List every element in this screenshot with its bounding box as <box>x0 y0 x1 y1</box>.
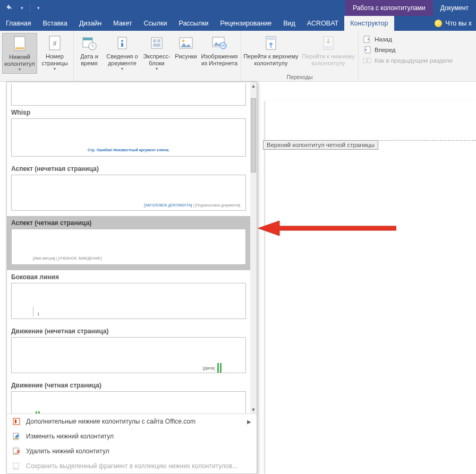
svg-rect-25 <box>368 58 371 63</box>
svg-rect-9 <box>121 43 123 47</box>
date-time-icon <box>81 35 98 51</box>
svg-rect-21 <box>325 46 332 48</box>
tab-references[interactable]: Ссылки <box>138 16 173 31</box>
tab-constructor[interactable]: Конструктор <box>344 16 394 31</box>
dropdown-caret-icon: ▾ <box>121 66 123 71</box>
undo-icon[interactable] <box>4 3 14 13</box>
ribbon-tabs: Главная Вставка Дизайн Макет Ссылки Расс… <box>0 16 476 31</box>
save-selection-label: Сохранить выделенный фрагмент в коллекци… <box>26 462 237 470</box>
online-pictures-icon <box>211 35 228 51</box>
gallery-scrollbar[interactable]: ▲ ▼ <box>250 82 257 413</box>
more-from-office-label: Дополнительные нижние колонтитулы с сайт… <box>26 418 196 425</box>
footer-button-label: Нижний колонтитул <box>4 54 36 67</box>
context-tab-header-footer[interactable]: Работа с колонтитулами <box>345 0 433 16</box>
tell-me[interactable]: Что вы х <box>429 16 476 31</box>
tab-review[interactable]: Рецензирование <box>215 16 278 31</box>
link-previous-icon <box>363 56 371 65</box>
svg-point-8 <box>121 40 123 42</box>
group-label-nav: Переходы <box>286 74 312 81</box>
link-previous-label: Как в предыдущем разделе <box>375 57 453 64</box>
online-pictures-button[interactable]: Изображения из Интернета <box>199 33 240 68</box>
scroll-down-icon[interactable]: ▼ <box>250 406 257 413</box>
preview-greenbar <box>220 363 222 373</box>
header-tag: Верхний колонтитул четной страницы <box>263 140 378 150</box>
qat-dropdown-icon[interactable]: ▾ <box>17 3 27 13</box>
gallery-item-title: Движение (нечетная страница) <box>11 324 246 337</box>
gallery-item-title: Боковая линия <box>11 270 246 283</box>
svg-rect-24 <box>363 58 367 63</box>
svg-rect-12 <box>157 39 160 42</box>
gallery-item-aspect-even[interactable]: Аспект (четная страница) [Имя автора] | … <box>7 216 250 270</box>
goto-header-label: Перейти к верхнему колонтитулу <box>243 53 299 66</box>
nav-next-icon <box>363 46 371 54</box>
chevron-right-icon: ▶ <box>247 419 251 425</box>
doc-info-button[interactable]: Сведения о документе ▾ <box>104 33 141 73</box>
preview-sideline <box>33 307 33 316</box>
tab-acrobat[interactable]: ACROBAT <box>301 16 345 31</box>
edit-footer-label: Изменить нижний колонтитул <box>26 433 114 440</box>
tell-me-icon <box>435 20 442 27</box>
remove-footer-label: Удалить нижний колонтитул <box>26 447 109 455</box>
qat-customize-icon[interactable]: ▾ <box>33 3 43 13</box>
gallery-item-title: Движение (четная страница) <box>11 378 246 391</box>
pictures-icon <box>177 35 194 51</box>
remove-footer-icon <box>12 447 21 455</box>
ribbon: Нижний колонтитул ▾ # Номер страницы ▾ Д… <box>0 31 476 82</box>
gallery-item-title: Whisp <box>11 106 246 118</box>
more-from-office-button[interactable]: Дополнительные нижние колонтитулы с сайт… <box>7 414 257 429</box>
dropdown-caret-icon: ▾ <box>19 67 21 72</box>
scroll-up-icon[interactable]: ▲ <box>250 82 257 90</box>
edit-footer-icon <box>12 432 21 441</box>
page-number-icon: # <box>46 35 63 51</box>
footer-button[interactable]: Нижний колонтитул ▾ <box>2 33 37 74</box>
preview-greenbar <box>36 411 37 413</box>
tab-home[interactable]: Главная <box>0 16 37 31</box>
title-bar: ▾ ▾ Работа с колонтитулами Документ <box>0 0 476 16</box>
gallery-item-whisp[interactable]: Whisp Стр. Ошибка! Неизвестный аргумент … <box>7 82 250 162</box>
gallery-item-aspect-odd[interactable]: Аспект (нечетная страница) [ЗАГОЛОВОК ДО… <box>7 162 250 216</box>
svg-rect-13 <box>153 44 160 47</box>
dropdown-caret-icon: ▾ <box>156 66 158 71</box>
preview-greenbar <box>217 363 219 373</box>
quick-parts-icon <box>148 35 165 51</box>
tell-me-label: Что вы х <box>445 20 472 27</box>
context-tab-document: Документ <box>433 0 476 16</box>
svg-point-15 <box>182 40 185 42</box>
nav-prev-icon <box>363 35 371 44</box>
tab-view[interactable]: Вид <box>277 16 301 31</box>
svg-text:#: # <box>53 40 57 47</box>
preview-text: Стр. Ошибка! Неизвестный аргумент ключа. <box>88 148 169 152</box>
gallery-item-sideline[interactable]: Боковая линия 1 <box>7 270 250 324</box>
svg-rect-11 <box>153 39 156 42</box>
pictures-button[interactable]: Рисунки <box>173 33 199 62</box>
goto-header-button[interactable]: Перейти к верхнему колонтитулу <box>242 33 300 68</box>
online-pictures-label: Изображения из Интернета <box>200 53 239 66</box>
doc-info-icon <box>114 35 131 51</box>
edit-footer-button[interactable]: Изменить нижний колонтитул <box>7 429 257 444</box>
svg-rect-1 <box>15 47 24 49</box>
qat-separator <box>30 4 30 12</box>
tab-design[interactable]: Дизайн <box>73 16 107 31</box>
goto-footer-icon <box>320 35 337 51</box>
quick-parts-button[interactable]: Экспресс-блоки ▾ <box>141 33 173 73</box>
goto-footer-button: Перейти к нижнему колонтитулу <box>300 33 357 68</box>
doc-info-label: Сведения о документе <box>105 53 140 66</box>
office-icon <box>12 417 21 426</box>
tab-insert[interactable]: Вставка <box>37 16 73 31</box>
gallery-item-motion-odd[interactable]: Движение (нечетная страница) [Дата] <box>7 324 250 378</box>
save-selection-button: Сохранить выделенный фрагмент в коллекци… <box>7 459 257 473</box>
scrollbar-thumb[interactable] <box>251 98 256 173</box>
page-number-label: Номер страницы <box>38 53 71 66</box>
nav-prev-button[interactable]: Назад <box>363 35 453 44</box>
page-number-button[interactable]: # Номер страницы ▾ <box>37 33 72 73</box>
dropdown-caret-icon: ▾ <box>54 66 56 71</box>
remove-footer-button[interactable]: Удалить нижний колонтитул <box>7 444 257 459</box>
gallery-footer: Дополнительные нижние колонтитулы с сайт… <box>7 413 257 473</box>
tab-mailings[interactable]: Рассылки <box>173 16 214 31</box>
tab-layout[interactable]: Макет <box>107 16 138 31</box>
gallery-item-motion-even[interactable]: Движение (четная страница) [Дата] <box>7 378 250 413</box>
goto-header-icon <box>262 35 279 51</box>
svg-rect-28 <box>14 438 18 439</box>
date-time-button[interactable]: Дата и время <box>75 33 104 68</box>
nav-next-button[interactable]: Вперед <box>363 46 453 54</box>
